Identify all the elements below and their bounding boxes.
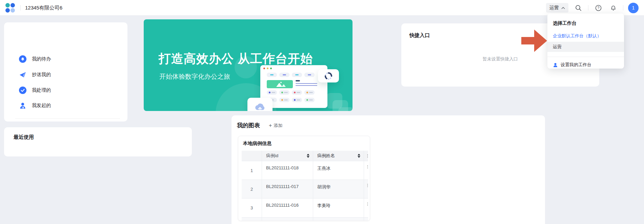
loading-spinner-icon	[324, 72, 333, 80]
table-row: 1 BL20211111-018 王燕冰 ⋮	[242, 161, 368, 180]
loading-spinner-card	[318, 69, 339, 82]
banner-subtitle: 开始体验数字化办公之旅	[159, 72, 230, 81]
header-clipped-cell: ⋮	[364, 151, 368, 161]
notifications-bell-icon[interactable]	[608, 3, 618, 13]
workspace-switcher-label: 运营	[549, 5, 559, 11]
person-icon	[553, 62, 558, 68]
search-icon[interactable]	[573, 3, 583, 13]
promo-banner: 打造高效办公 从工作台开始 开始体验数字化办公之旅	[144, 19, 353, 111]
my-charts-card: 我的图表 + 添加 本地病例信息 病例id 病例姓名 ⋮ 1	[232, 115, 545, 224]
quick-entry-title: 快捷入口	[409, 32, 430, 39]
window-traffic-dots-icon	[263, 68, 272, 69]
case-table-card: 本地病例信息 病例id 病例姓名 ⋮ 1 BL20211111-018 王燕冰 …	[238, 136, 370, 221]
sort-carets-icon	[358, 154, 360, 158]
sidebar-item-my-todo[interactable]: 我的待办	[19, 55, 51, 63]
app-logo-icon[interactable]	[5, 3, 15, 13]
annotation-arrow-icon	[521, 29, 548, 53]
recently-used-title: 最近使用	[14, 134, 34, 141]
chevron-up-icon	[561, 7, 565, 9]
cloud-upload-card	[247, 98, 273, 111]
cloud-upload-icon	[254, 102, 266, 111]
topbar-separator	[588, 5, 588, 11]
header-case-name-cell[interactable]: 病例姓名	[313, 151, 364, 161]
sidebar-item-label: 抄送我的	[32, 72, 51, 78]
table-row: 2 BL20211111-017 胡润华 ⋮	[242, 180, 368, 199]
workspace-dropdown-menu: 选择工作台 企业默认工作台（默认） 运营 设置我的工作台	[547, 14, 624, 69]
sidebar-item-handled-by-me[interactable]: 我处理的	[19, 87, 51, 94]
bell-circle-icon	[19, 55, 26, 63]
menu-item-setup-workspace[interactable]: 设置我的工作台	[553, 60, 591, 70]
sidebar-item-label: 我的待办	[32, 56, 51, 62]
help-icon[interactable]: ?	[593, 3, 603, 13]
image-placeholder-icon	[267, 80, 293, 88]
case-table: 病例id 病例姓名 ⋮ 1 BL20211111-018 王燕冰 ⋮ 2 BL2…	[242, 151, 368, 221]
workspace-menu-title: 选择工作台	[553, 20, 577, 26]
workspace-switcher-button[interactable]: 运营	[546, 3, 568, 13]
sort-carets-icon	[307, 154, 309, 158]
menu-item-default-workspace[interactable]: 企业默认工作台（默认）	[547, 31, 624, 41]
todo-sidebar-card: 我的待办 抄送我的 我处理的 我发起的	[4, 22, 127, 122]
topbar: 12345有限公司6 运营 ? 1	[0, 0, 644, 16]
header-case-id-cell[interactable]: 病例id	[262, 151, 313, 161]
send-icon	[19, 71, 26, 78]
banner-title: 打造高效办公 从工作台开始	[159, 51, 313, 67]
header-index-cell	[242, 151, 262, 161]
setup-workspace-label: 设置我的工作台	[561, 62, 591, 68]
sidebar-item-label: 我发起的	[32, 102, 51, 109]
menu-divider	[547, 57, 624, 57]
menu-item-operations-workspace[interactable]: 运营	[547, 42, 624, 52]
recently-used-card: 最近使用	[4, 127, 192, 156]
sidebar-item-label: 我处理的	[32, 87, 51, 93]
add-chart-button[interactable]: + 添加	[269, 123, 282, 129]
table-row-partial	[242, 218, 368, 221]
sidebar-item-initiated-by-me[interactable]: 我发起的	[19, 102, 51, 109]
topbar-divider	[20, 5, 21, 11]
table-header-row: 病例id 病例姓名 ⋮	[242, 151, 368, 161]
sidebar-divider	[15, 118, 120, 119]
check-circle-icon	[19, 87, 26, 94]
user-avatar[interactable]: 1	[628, 3, 639, 13]
case-table-title: 本地病例信息	[243, 141, 271, 147]
person-icon	[19, 102, 26, 109]
add-chart-label: 添加	[274, 123, 282, 129]
table-row: 3 BL20211111-016 李美玲 ⋮	[242, 199, 368, 218]
svg-text:?: ?	[597, 6, 599, 10]
banner-decor-square	[338, 107, 353, 111]
my-charts-title: 我的图表	[237, 122, 260, 129]
topbar-separator	[623, 5, 623, 11]
company-name: 12345有限公司6	[25, 0, 62, 16]
plus-icon: +	[269, 123, 272, 128]
sidebar-item-cc-to-me[interactable]: 抄送我的	[19, 71, 51, 78]
